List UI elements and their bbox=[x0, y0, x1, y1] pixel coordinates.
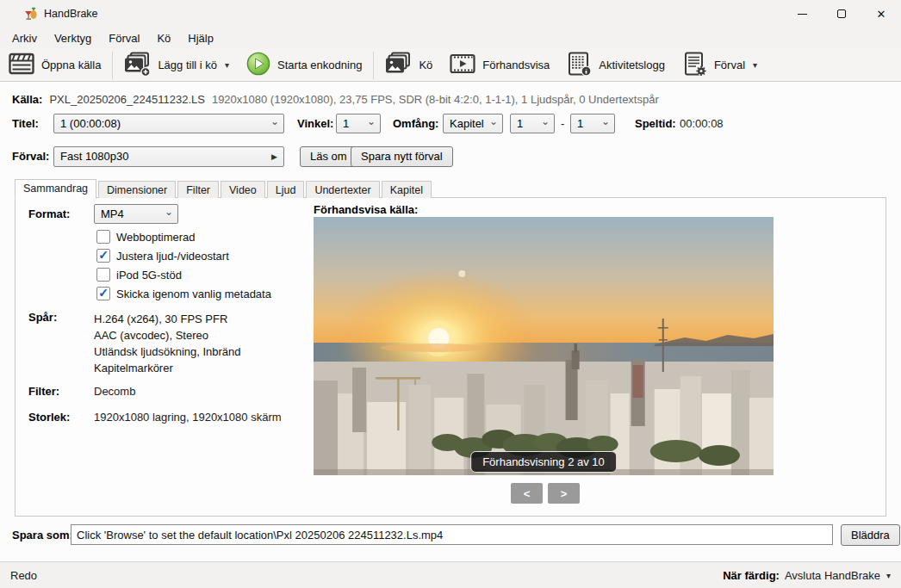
angle-select-value: 1 bbox=[343, 117, 349, 130]
range-to-select[interactable]: 1 ⌄ bbox=[570, 114, 615, 133]
activity-log-icon bbox=[567, 52, 592, 79]
toolbar-separator bbox=[112, 52, 113, 79]
title-label: Titel: bbox=[12, 117, 39, 130]
angle-label: Vinkel: bbox=[297, 117, 333, 130]
preset-select[interactable]: Fast 1080p30 ▶ bbox=[53, 146, 284, 167]
checkbox-align-av-start[interactable]: ✓ Justera ljud-/videostart bbox=[96, 248, 229, 263]
checkbox-label: Webboptimerad bbox=[116, 231, 196, 244]
add-to-queue-icon bbox=[124, 52, 151, 79]
presets-button[interactable]: Förval ▾ bbox=[674, 51, 766, 80]
filters-label: Filter: bbox=[28, 385, 59, 398]
chevron-down-icon[interactable]: ▾ bbox=[225, 60, 229, 70]
save-new-preset-button[interactable]: Spara nytt förval bbox=[351, 146, 453, 167]
reload-preset-button[interactable]: Läs om bbox=[300, 146, 357, 167]
activity-log-button[interactable]: Aktivitetslogg bbox=[558, 51, 674, 80]
menu-forval[interactable]: Förval bbox=[100, 29, 148, 47]
presets-label: Förval bbox=[714, 59, 745, 71]
format-label: Format: bbox=[28, 207, 70, 220]
next-preview-button[interactable]: > bbox=[548, 483, 580, 504]
preview-button[interactable]: Förhandsvisa bbox=[441, 51, 558, 80]
size-value: 1920x1080 lagring, 1920x1080 skärm bbox=[94, 411, 282, 424]
maximize-icon bbox=[837, 9, 846, 18]
chevron-down-icon: ⌄ bbox=[541, 115, 550, 127]
format-select-value: MP4 bbox=[101, 207, 124, 220]
checkbox-label: Skicka igenom vanlig metadata bbox=[116, 288, 271, 300]
tracks-label: Spår: bbox=[28, 311, 57, 324]
tab-kapitel[interactable]: Kapitel bbox=[382, 181, 432, 198]
chevron-down-icon: ⌄ bbox=[367, 115, 376, 127]
source-label: Källa: bbox=[12, 93, 42, 106]
title-row: Titel: 1 (00:00:08) ⌄ Vinkel: 1 ⌄ Omfång… bbox=[12, 113, 891, 133]
format-select[interactable]: MP4 ⌄ bbox=[94, 204, 178, 224]
preview-label: Förhandsvisa bbox=[482, 59, 550, 71]
presets-icon bbox=[682, 52, 707, 79]
when-done-label: När färdig: bbox=[723, 569, 780, 582]
add-to-queue-button[interactable]: Lägg till i kö ▾ bbox=[115, 51, 238, 80]
start-encode-button[interactable]: Starta enkodning bbox=[238, 51, 370, 80]
arrow-right-icon: ▶ bbox=[271, 152, 277, 161]
range-type-select[interactable]: Kapitel ⌄ bbox=[443, 114, 503, 133]
open-source-label: Öppna källa bbox=[41, 59, 101, 71]
checkbox-box[interactable] bbox=[96, 268, 110, 282]
previous-preview-button[interactable]: < bbox=[511, 483, 543, 504]
checkbox-box[interactable] bbox=[96, 230, 110, 244]
menu-ko[interactable]: Kö bbox=[148, 29, 179, 47]
menu-verktyg[interactable]: Verktyg bbox=[46, 29, 100, 47]
menu-hjalp[interactable]: Hjälp bbox=[179, 29, 222, 47]
range-from-select[interactable]: 1 ⌄ bbox=[510, 114, 555, 133]
tab-video[interactable]: Video bbox=[221, 181, 265, 198]
menu-bar: Arkiv Verktyg Förval Kö Hjälp bbox=[0, 28, 901, 49]
queue-icon bbox=[385, 52, 412, 78]
chevron-down-icon: ⌄ bbox=[489, 115, 498, 127]
preview-icon bbox=[450, 53, 475, 77]
preview-image bbox=[314, 217, 774, 475]
range-from-value: 1 bbox=[517, 117, 523, 130]
window-controls: ✕ bbox=[782, 0, 901, 28]
clapperboard-icon bbox=[9, 53, 34, 77]
start-encode-label: Starta enkodning bbox=[277, 59, 362, 71]
activity-log-label: Aktivitetslogg bbox=[599, 59, 665, 71]
chevron-down-icon[interactable]: ▾ bbox=[753, 60, 757, 70]
when-done-select[interactable]: Avsluta HandBrake bbox=[785, 569, 880, 582]
checkbox-box[interactable]: ✓ bbox=[96, 287, 110, 300]
tracks-list: H.264 (x264), 30 FPS PFR AAC (avcodec), … bbox=[94, 311, 241, 376]
track-video: H.264 (x264), 30 FPS PFR bbox=[94, 311, 241, 327]
tab-sammandrag[interactable]: Sammandrag bbox=[15, 179, 96, 199]
angle-select[interactable]: 1 ⌄ bbox=[336, 114, 381, 133]
tab-filter[interactable]: Filter bbox=[177, 181, 219, 198]
checkbox-ipod-5g[interactable]: iPod 5G-stöd bbox=[96, 267, 182, 282]
chevron-down-icon: ⌄ bbox=[165, 206, 173, 218]
checkbox-passthru-metadata[interactable]: ✓ Skicka igenom vanlig metadata bbox=[96, 286, 271, 301]
tab-undertexter[interactable]: Undertexter bbox=[306, 181, 379, 198]
chevron-down-icon[interactable]: ▾ bbox=[886, 571, 891, 580]
check-icon: ✓ bbox=[98, 249, 109, 261]
checkbox-label: iPod 5G-stöd bbox=[116, 269, 182, 282]
filters-value: Decomb bbox=[94, 385, 135, 398]
chevron-down-icon: ⌄ bbox=[601, 115, 610, 127]
preview-counter-badge: Förhandsvisning 2 av 10 bbox=[470, 451, 617, 473]
preset-row: Förval: Fast 1080p30 ▶ Läs om Spara nytt… bbox=[12, 145, 891, 167]
close-button[interactable]: ✕ bbox=[861, 0, 901, 28]
queue-button[interactable]: Kö bbox=[376, 51, 441, 80]
checkbox-web-optimized[interactable]: Webboptimerad bbox=[96, 229, 196, 244]
save-as-input[interactable] bbox=[71, 524, 833, 545]
maximize-button[interactable] bbox=[822, 0, 861, 28]
size-label: Storlek: bbox=[28, 411, 70, 424]
tab-dimensioner[interactable]: Dimensioner bbox=[98, 181, 176, 198]
checkbox-label: Justera ljud-/videostart bbox=[116, 250, 229, 263]
source-row: Källa: PXL_20250206_224511232.LS 1920x10… bbox=[12, 91, 659, 107]
range-label: Omfång: bbox=[393, 117, 438, 130]
source-details: 1920x1080 (1920x1080), 23,75 FPS, SDR (8… bbox=[212, 93, 659, 106]
minimize-button[interactable] bbox=[782, 0, 822, 28]
preset-label: Förval: bbox=[12, 150, 49, 163]
menu-arkiv[interactable]: Arkiv bbox=[3, 29, 46, 47]
toolbar: Öppna källa Lägg till i kö ▾ bbox=[0, 49, 901, 82]
title-bar: HandBrake ✕ bbox=[0, 0, 901, 28]
minimize-icon bbox=[798, 14, 807, 15]
checkbox-box[interactable]: ✓ bbox=[96, 249, 110, 263]
tab-ljud[interactable]: Ljud bbox=[267, 181, 305, 198]
title-select[interactable]: 1 (00:00:08) ⌄ bbox=[53, 114, 284, 133]
start-encode-icon bbox=[246, 52, 270, 78]
browse-button[interactable]: Bläddra bbox=[841, 524, 900, 546]
open-source-button[interactable]: Öppna källa bbox=[0, 51, 109, 80]
